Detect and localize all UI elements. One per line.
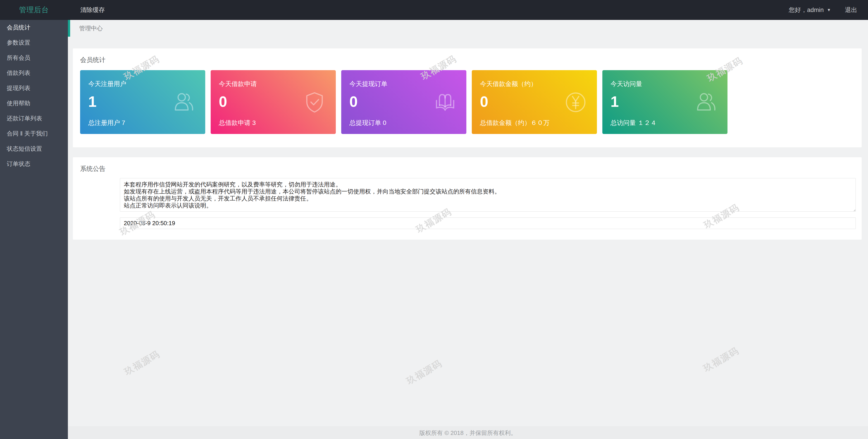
stat-card-total: 总注册用户 7 xyxy=(88,119,197,127)
brand-title: 管理后台 xyxy=(0,5,68,15)
open-book-icon xyxy=(434,91,456,114)
stat-card-label: 今天提现订单 xyxy=(349,80,458,88)
main-content: 管理中心 会员统计 今天注册用户 1 总注册用户 7 今天借款申请 0 总借款申… xyxy=(68,20,868,439)
user-dropdown[interactable]: 您好，admin ▼ xyxy=(789,6,831,14)
topbar: 管理后台 清除缓存 您好，admin ▼ 退出 xyxy=(0,0,868,20)
sidebar-item-parameter-settings[interactable]: 参数设置 xyxy=(0,35,68,50)
stat-card-label: 今天借款金额（约） xyxy=(480,80,589,88)
greeting-text: 您好，admin xyxy=(789,6,824,14)
users-icon xyxy=(695,91,717,114)
stat-card-total: 总借款申请 3 xyxy=(219,119,328,127)
footer: 版权所有 © 2018，并保留所有权利。 xyxy=(68,427,868,439)
stat-card-total: 总提现订单 0 xyxy=(349,119,458,127)
sidebar-item-member-stats[interactable]: 会员统计 xyxy=(0,20,68,35)
sidebar-item-help[interactable]: 使用帮助 xyxy=(0,96,68,111)
stat-card-total: 总访问量 １２４ xyxy=(611,119,719,127)
shield-check-icon xyxy=(303,91,326,114)
stat-card-loan-applications: 今天借款申请 0 总借款申请 3 xyxy=(211,70,336,134)
sidebar-item-order-status[interactable]: 订单状态 xyxy=(0,156,68,171)
stat-card-label: 今天借款申请 xyxy=(219,80,328,88)
clear-cache-button[interactable]: 清除缓存 xyxy=(80,6,105,14)
notice-textarea[interactable]: 本套程序用作信贷网站开发的代码案例研究，以及费率等研究，切勿用于违法用途。 如发… xyxy=(120,178,856,212)
sidebar-item-loan-list[interactable]: 借款列表 xyxy=(0,65,68,81)
stat-card-visits: 今天访问量 1 总访问量 １２４ xyxy=(602,70,727,134)
sidebar: 会员统计 参数设置 所有会员 借款列表 提现列表 使用帮助 还款订单列表 合同 … xyxy=(0,20,68,439)
stats-panel-title: 会员统计 xyxy=(80,56,856,64)
stat-card-total: 总借款金额（约）６０万 xyxy=(480,119,589,127)
sidebar-item-withdraw-list[interactable]: 提现列表 xyxy=(0,81,68,96)
notice-panel-title: 系统公告 xyxy=(80,164,856,173)
stat-card-label: 今天访问量 xyxy=(611,80,719,88)
stat-card-loan-amount: 今天借款金额（约） 0 总借款金额（约）６０万 xyxy=(472,70,597,134)
stat-card-registered-users: 今天注册用户 1 总注册用户 7 xyxy=(80,70,205,134)
member-stats-panel: 会员统计 今天注册用户 1 总注册用户 7 今天借款申请 0 总借款申请 3 xyxy=(73,49,862,147)
yen-circle-icon xyxy=(564,91,587,114)
topbar-right: 您好，admin ▼ 退出 xyxy=(789,6,857,14)
sidebar-item-repayment-orders[interactable]: 还款订单列表 xyxy=(0,111,68,126)
logout-button[interactable]: 退出 xyxy=(845,6,857,14)
sidebar-item-status-sms-settings[interactable]: 状态短信设置 xyxy=(0,141,68,156)
sidebar-item-all-members[interactable]: 所有会员 xyxy=(0,50,68,65)
stat-cards-row: 今天注册用户 1 总注册用户 7 今天借款申请 0 总借款申请 3 xyxy=(80,70,856,134)
notice-date-input[interactable] xyxy=(120,217,856,229)
copyright-text: 版权所有 © 2018，并保留所有权利。 xyxy=(419,429,516,437)
users-icon xyxy=(173,91,195,114)
stat-card-withdraw-orders: 今天提现订单 0 总提现订单 0 xyxy=(341,70,466,134)
sidebar-item-contract-about[interactable]: 合同 ‖ 关于我们 xyxy=(0,126,68,141)
stat-card-label: 今天注册用户 xyxy=(88,80,197,88)
chevron-down-icon: ▼ xyxy=(827,8,831,12)
breadcrumb-label: 管理中心 xyxy=(79,25,103,32)
breadcrumb: 管理中心 xyxy=(68,20,868,37)
system-notice-panel: 系统公告 本套程序用作信贷网站开发的代码案例研究，以及费率等研究，切勿用于违法用… xyxy=(73,157,862,240)
